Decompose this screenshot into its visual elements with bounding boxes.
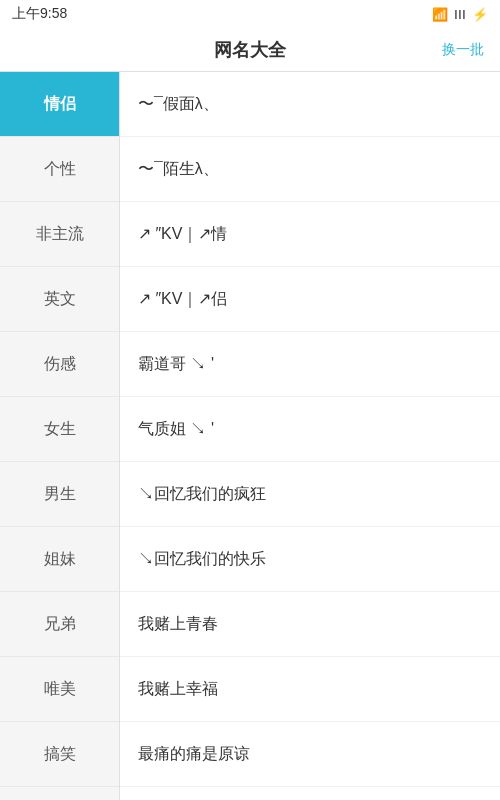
signal-icon: ⅠⅠⅠ — [454, 7, 466, 22]
sidebar-item-男生[interactable]: 男生 — [0, 462, 119, 527]
header-title: 网名大全 — [214, 38, 286, 62]
sidebar-item-个性[interactable]: 个性 — [0, 137, 119, 202]
header: 网名大全 换一批 — [0, 28, 500, 72]
list-item[interactable]: ↗ ″KV｜↗侣 — [120, 267, 500, 332]
list-item[interactable]: 最黑的黑是背叛 — [120, 787, 500, 800]
sidebar-item-英文[interactable]: 英文 — [0, 267, 119, 332]
list-item[interactable]: 气质姐 ↘ ' — [120, 397, 500, 462]
sidebar: 情侣个性非主流英文伤感女生男生姐妹兄弟唯美搞笑 — [0, 72, 120, 800]
list-item[interactable]: 我赌上青春 — [120, 592, 500, 657]
sidebar-item-姐妹[interactable]: 姐妹 — [0, 527, 119, 592]
wifi-icon: 📶 — [432, 7, 448, 22]
list-item[interactable]: ↘回忆我们的快乐 — [120, 527, 500, 592]
sidebar-item-唯美[interactable]: 唯美 — [0, 657, 119, 722]
refresh-button[interactable]: 换一批 — [442, 41, 484, 59]
main-layout: 情侣个性非主流英文伤感女生男生姐妹兄弟唯美搞笑 〜¯假面λ、〜¯陌生λ、↗ ″K… — [0, 72, 500, 800]
battery-icon: ⚡ — [472, 7, 488, 22]
list-item[interactable]: ↗ ″KV｜↗情 — [120, 202, 500, 267]
sidebar-item-伤感[interactable]: 伤感 — [0, 332, 119, 397]
content-list: 〜¯假面λ、〜¯陌生λ、↗ ″KV｜↗情↗ ″KV｜↗侣霸道哥 ↘ '气质姐 ↘… — [120, 72, 500, 800]
sidebar-item-搞笑[interactable]: 搞笑 — [0, 722, 119, 787]
status-bar: 上午9:58 📶 ⅠⅠⅠ ⚡ — [0, 0, 500, 28]
list-item[interactable]: ↘回忆我们的疯狂 — [120, 462, 500, 527]
list-item[interactable]: 〜¯假面λ、 — [120, 72, 500, 137]
list-item[interactable]: 我赌上幸福 — [120, 657, 500, 722]
status-time: 上午9:58 — [12, 5, 67, 23]
sidebar-item-女生[interactable]: 女生 — [0, 397, 119, 462]
list-item[interactable]: 〜¯陌生λ、 — [120, 137, 500, 202]
sidebar-item-情侣[interactable]: 情侣 — [0, 72, 119, 137]
list-item[interactable]: 最痛的痛是原谅 — [120, 722, 500, 787]
status-icons: 📶 ⅠⅠⅠ ⚡ — [432, 7, 488, 22]
sidebar-item-兄弟[interactable]: 兄弟 — [0, 592, 119, 657]
list-item[interactable]: 霸道哥 ↘ ' — [120, 332, 500, 397]
sidebar-item-非主流[interactable]: 非主流 — [0, 202, 119, 267]
